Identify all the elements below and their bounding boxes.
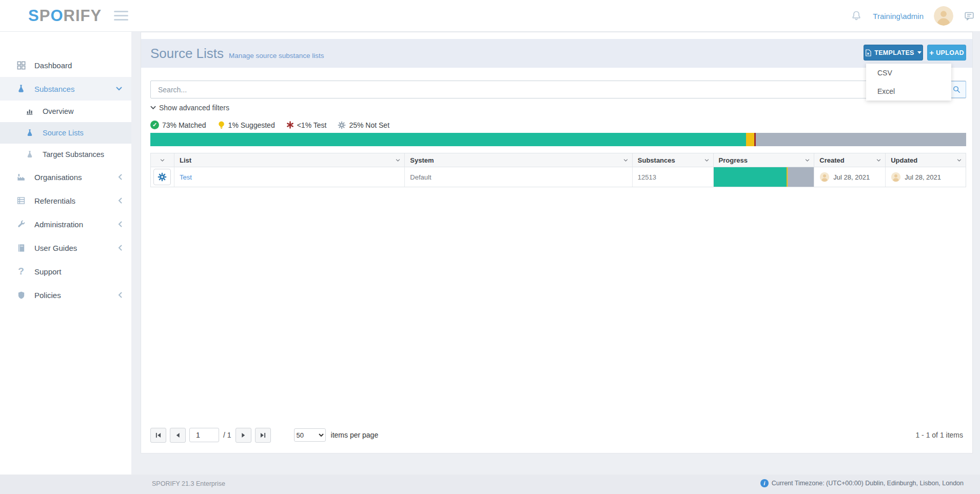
plus-icon: + <box>929 48 934 57</box>
legend-item-test: <1% Test <box>286 121 327 129</box>
chevron-down-icon <box>160 159 165 162</box>
next-page-button[interactable] <box>236 428 251 443</box>
sidebar-item-support[interactable]: ? Support <box>0 260 131 283</box>
info-icon: i <box>760 479 769 487</box>
question-mark-icon: ? <box>15 266 27 277</box>
messages-icon[interactable] <box>964 10 975 22</box>
sidebar-item-label: Substances <box>34 85 74 93</box>
footer: SPORIFY 21.3 Enterprise i Current Timezo… <box>0 475 980 494</box>
column-menu-header[interactable] <box>151 153 174 167</box>
wrench-icon <box>15 220 27 229</box>
sidebar-item-dashboard[interactable]: Dashboard <box>0 53 131 77</box>
chevron-down-icon <box>704 159 709 162</box>
column-header-label: Created <box>819 156 844 164</box>
progress-segment-matched <box>714 167 787 187</box>
chevron-down-icon <box>623 159 628 162</box>
last-page-button[interactable] <box>255 428 271 443</box>
sidebar-item-label: Source Lists <box>43 129 84 137</box>
sidebar-item-target-substances[interactable]: Target Substances <box>0 144 131 165</box>
column-header-progress[interactable]: Progress <box>714 153 815 167</box>
timezone-info: i Current Timezone: (UTC+00:00) Dublin, … <box>760 479 964 487</box>
row-settings-button[interactable] <box>153 169 171 185</box>
chevron-down-icon <box>805 159 810 162</box>
gear-icon <box>338 121 346 129</box>
advanced-filters-label: Show advanced filters <box>159 104 229 112</box>
sidebar-item-administration[interactable]: Administration <box>0 212 131 236</box>
topbar-right-cluster: Training\admin <box>850 0 975 32</box>
check-icon: ✓ <box>150 121 159 129</box>
chevron-down-icon <box>876 159 881 162</box>
page-subtitle: Manage source substance lists <box>229 52 324 60</box>
legend-item-matched: ✓ 73% Matched <box>150 121 206 129</box>
column-header-label: Updated <box>891 156 917 164</box>
legend-label: 1% Suggested <box>228 121 275 129</box>
row-progress-bar <box>714 167 814 187</box>
sidebar-item-label: User Guides <box>34 244 77 252</box>
templates-button[interactable]: TEMPLATES <box>864 45 923 61</box>
caret-down-icon <box>917 51 922 54</box>
chevron-left-icon <box>118 174 122 180</box>
sidebar-item-overview[interactable]: Overview <box>0 101 131 122</box>
sidebar-item-referentials[interactable]: Referentials <box>0 189 131 212</box>
notifications-bell-icon[interactable] <box>850 10 863 22</box>
lightbulb-icon <box>218 121 225 129</box>
user-avatar[interactable] <box>934 6 953 26</box>
column-header-label: Progress <box>719 156 748 164</box>
legend-item-suggested: 1% Suggested <box>218 121 275 129</box>
sidebar-item-substances[interactable]: Substances <box>0 77 131 101</box>
app-version-label: SPORIFY 21.3 Enterprise <box>152 480 225 487</box>
chevron-left-icon <box>118 245 122 251</box>
chevron-down-icon <box>396 159 400 162</box>
flask-icon <box>25 129 35 137</box>
advanced-filters-toggle[interactable]: Show advanced filters <box>150 104 229 112</box>
updated-date: Jul 28, 2021 <box>905 173 941 181</box>
legend-label: <1% Test <box>297 121 327 129</box>
column-header-updated[interactable]: Updated <box>886 153 966 167</box>
page-number-input[interactable] <box>189 428 219 442</box>
source-list-link[interactable]: Test <box>180 173 192 181</box>
sidebar-item-organisations[interactable]: Organisations <box>0 165 131 189</box>
timezone-label: Current Timezone: (UTC+00:00) Dublin, Ed… <box>772 480 964 487</box>
user-avatar-icon <box>891 172 901 182</box>
search-input[interactable] <box>150 81 966 98</box>
first-page-button[interactable] <box>150 428 166 443</box>
sidebar-item-user-guides[interactable]: User Guides <box>0 236 131 260</box>
flask-icon <box>15 84 27 93</box>
brand-logo[interactable]: SPORIFY <box>28 0 102 32</box>
factory-icon <box>15 172 27 182</box>
cell-progress <box>714 167 815 187</box>
upload-button-label: UPLOAD <box>936 49 964 56</box>
progress-legend: ✓ 73% Matched 1% Suggested <1% Test <box>150 121 389 129</box>
overall-progress-bar <box>150 133 966 146</box>
table-row: Test Default 12513 Jul 28, 2021 <box>151 167 966 187</box>
sidebar-item-label: Administration <box>34 220 83 229</box>
sidebar-item-source-lists[interactable]: Source Lists <box>0 122 131 144</box>
previous-page-button[interactable] <box>170 428 186 443</box>
cell-list: Test <box>174 167 405 187</box>
sidebar-item-policies[interactable]: Policies <box>0 283 131 307</box>
user-menu[interactable]: Training\admin <box>873 12 924 21</box>
upload-button[interactable]: + UPLOAD <box>927 45 966 61</box>
page-size-select[interactable]: 50 <box>294 428 326 442</box>
progress-segment-suggested <box>746 133 754 146</box>
column-header-system[interactable]: System <box>405 153 632 167</box>
column-header-list[interactable]: List <box>174 153 405 167</box>
items-per-page-label: items per page <box>331 431 379 439</box>
sidebar-item-label: Overview <box>43 107 73 115</box>
dropdown-item-csv[interactable]: CSV <box>866 64 951 82</box>
flask-icon <box>25 150 35 159</box>
top-bar: SPORIFY Training\admin <box>0 0 980 32</box>
sidebar-item-label: Referentials <box>34 196 75 205</box>
chevron-left-icon <box>118 221 122 227</box>
progress-segment-not-set <box>756 133 966 146</box>
asterisk-icon <box>286 121 294 129</box>
sidebar-toggle-icon[interactable] <box>114 11 128 23</box>
column-header-created[interactable]: Created <box>814 153 886 167</box>
brand-letter: RIFY <box>64 7 102 25</box>
dropdown-item-excel[interactable]: Excel <box>866 82 951 101</box>
brand-letter: O <box>50 7 63 25</box>
chevron-down-icon <box>957 159 962 162</box>
column-header-label: List <box>180 156 191 164</box>
sidebar-item-label: Support <box>34 267 62 276</box>
column-header-substances[interactable]: Substances <box>633 153 714 167</box>
